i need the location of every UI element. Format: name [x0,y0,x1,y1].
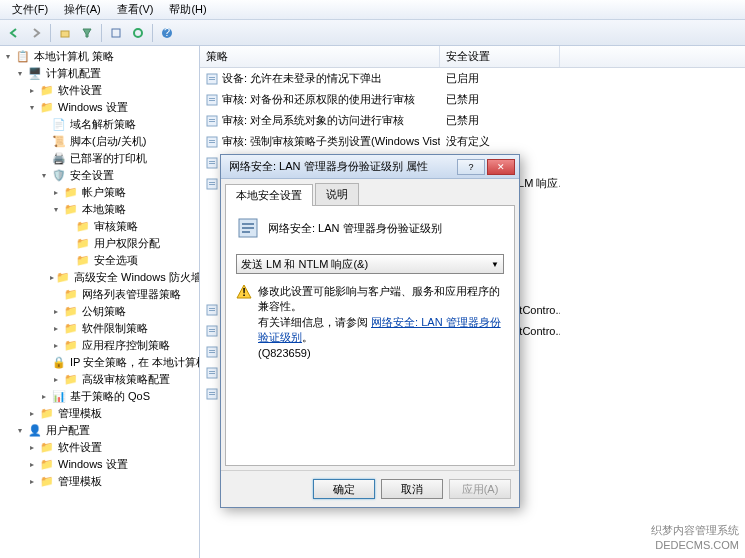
help-button[interactable]: ? [457,159,485,175]
svg-rect-13 [209,121,215,122]
tree-admin-templates-u[interactable]: ▸📁管理模板 [26,473,197,490]
col-setting[interactable]: 安全设置 [440,46,560,67]
policy-item-icon [206,115,218,127]
menu-view[interactable]: 查看(V) [109,0,162,19]
cancel-button[interactable]: 取消 [381,479,443,499]
tree-windows-settings[interactable]: ▾📁Windows 设置 [26,99,197,116]
tree-security-settings[interactable]: ▾🛡️安全设置 [38,167,197,184]
warning-icon: ! [236,284,252,300]
menu-file[interactable]: 文件(F) [4,0,56,19]
tree-ip-security[interactable]: 🔒IP 安全策略，在 本地计算机 [50,354,197,371]
filter-button[interactable] [77,23,97,43]
folder-icon: 📁 [76,254,90,268]
dialog-footer: 确定 取消 应用(A) [221,470,519,507]
policy-item-icon [206,136,218,148]
tree-scripts[interactable]: 📜脚本(启动/关机) [38,133,197,150]
policy-name: 网络安全: LAN 管理器身份验证级别 [268,221,442,236]
folder-icon: 📁 [76,220,90,234]
folder-icon: 📁 [64,186,78,200]
list-row[interactable]: 审核: 强制审核策略子类别设置(Windows Vista 或更新版本...没有… [200,131,745,152]
tab-strip: 本地安全设置 说明 [225,183,515,206]
list-row[interactable]: 审核: 对全局系统对象的访问进行审核已禁用 [200,110,745,131]
tree-software-settings-u[interactable]: ▸📁软件设置 [26,439,197,456]
dialog-titlebar[interactable]: 网络安全: LAN 管理器身份验证级别 属性 ? ✕ [221,155,519,179]
tree-software-restrict[interactable]: ▸📁软件限制策略 [50,320,197,337]
list-row[interactable]: 设备: 允许在未登录的情况下弹出已启用 [200,68,745,89]
policy-item-icon [206,73,218,85]
warning-text: (Q823659) [258,347,311,359]
tab-content: 网络安全: LAN 管理器身份验证级别 发送 LM 和 NTLM 响应(&) ▼… [225,206,515,466]
tree-admin-templates-c[interactable]: ▸📁管理模板 [26,405,197,422]
tree-root[interactable]: ▾📋本地计算机 策略 [2,48,197,65]
svg-rect-22 [209,184,215,185]
tree-windows-firewall[interactable]: ▸📁高级安全 Windows 防火墙 [50,269,197,286]
svg-text:!: ! [242,286,246,298]
list-header: 策略 安全设置 [200,46,745,68]
tree-computer-config[interactable]: ▾🖥️计算机配置 [14,65,197,82]
menu-action[interactable]: 操作(A) [56,0,109,19]
separator [50,24,51,42]
auth-level-combo[interactable]: 发送 LM 和 NTLM 响应(&) ▼ [236,254,504,274]
folder-icon: 📁 [64,322,78,336]
close-button[interactable]: ✕ [487,159,515,175]
toolbar: ? [0,20,745,46]
svg-rect-39 [242,223,254,225]
folder-icon: 📁 [64,288,78,302]
chevron-down-icon: ▼ [491,260,499,269]
tree-network-list[interactable]: 📁网络列表管理器策略 [50,286,197,303]
tree-software-settings[interactable]: ▸📁软件设置 [26,82,197,99]
qos-icon: 📊 [52,390,66,404]
up-button[interactable] [55,23,75,43]
script-icon: 📜 [52,135,66,149]
tree-advanced-audit[interactable]: ▸📁高级审核策略配置 [50,371,197,388]
tree-public-key[interactable]: ▸📁公钥策略 [50,303,197,320]
export-button[interactable] [106,23,126,43]
policy-item-icon [206,178,218,190]
tree-app-control[interactable]: ▸📁应用程序控制策略 [50,337,197,354]
folder-icon: 📁 [64,203,78,217]
computer-icon: 🖥️ [28,67,42,81]
back-button[interactable] [4,23,24,43]
apply-button[interactable]: 应用(A) [449,479,511,499]
refresh-button[interactable] [128,23,148,43]
svg-rect-41 [242,231,250,233]
dialog-title: 网络安全: LAN 管理器身份验证级别 属性 [225,159,455,174]
help-button[interactable]: ? [157,23,177,43]
tree-printers[interactable]: 🖨️已部署的打印机 [38,150,197,167]
policy-item-icon [206,346,218,358]
ok-button[interactable]: 确定 [313,479,375,499]
tree-account-policies[interactable]: ▸📁帐户策略 [50,184,197,201]
tab-explain[interactable]: 说明 [315,183,359,205]
tree-name-resolution[interactable]: 📄域名解析策略 [38,116,197,133]
tree-user-rights[interactable]: 📁用户权限分配 [62,235,197,252]
tree-security-options[interactable]: 📁安全选项 [62,252,197,269]
menu-help[interactable]: 帮助(H) [161,0,214,19]
col-name[interactable]: 策略 [200,46,440,67]
tab-local-security[interactable]: 本地安全设置 [225,184,313,206]
policy-item-icon [206,367,218,379]
combo-value: 发送 LM 和 NTLM 响应(&) [241,257,491,272]
tree-policy-qos[interactable]: ▸📊基于策略的 QoS [38,388,197,405]
forward-button[interactable] [26,23,46,43]
list-cell-setting: 已启用 [440,69,560,88]
svg-rect-1 [112,29,120,37]
svg-rect-36 [209,392,215,393]
svg-rect-19 [209,163,215,164]
policy-item-icon [206,94,218,106]
list-row[interactable]: 审核: 对备份和还原权限的使用进行审核已禁用 [200,89,745,110]
tree-user-config[interactable]: ▾👤用户配置 [14,422,197,439]
shield-icon: 🛡️ [52,169,66,183]
tree-panel: ▾📋本地计算机 策略 ▾🖥️计算机配置 ▸📁软件设置 ▾📁Windows 设置 … [0,46,200,558]
tree-windows-settings-u[interactable]: ▸📁Windows 设置 [26,456,197,473]
svg-rect-28 [209,331,215,332]
lock-icon: 🔒 [52,356,66,370]
user-icon: 👤 [28,424,42,438]
svg-rect-9 [209,98,215,99]
tree-local-policies[interactable]: ▾📁本地策略 [50,201,197,218]
folder-icon: 📁 [76,237,90,251]
tree-audit-policy[interactable]: 📁审核策略 [62,218,197,235]
svg-rect-25 [209,310,215,311]
svg-rect-37 [209,394,215,395]
folder-icon: 📁 [40,441,54,455]
list-cell-setting: 没有定义 [440,132,560,151]
